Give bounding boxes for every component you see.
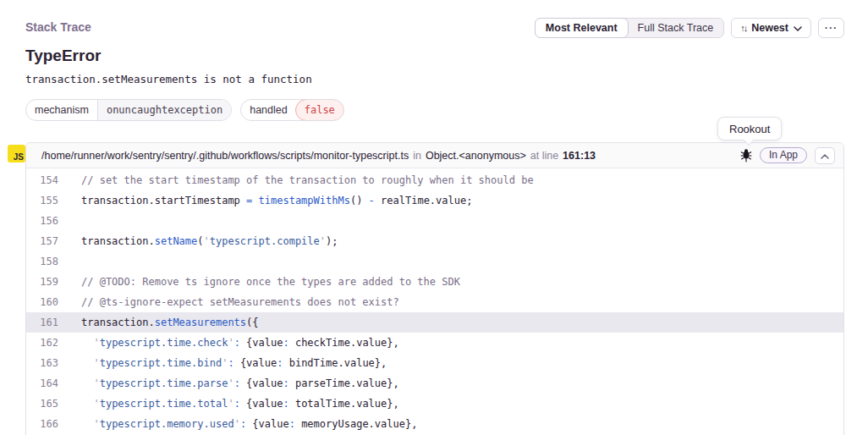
line-number: 159: [26, 276, 58, 288]
rookout-tooltip: Rookout: [717, 117, 782, 140]
code-line: 161transaction.setMeasurements({: [26, 312, 843, 333]
code-line: 164 'typescript.time.parse': {value: par…: [26, 373, 843, 394]
code-line-text: 'typescript.time.parse': {value: parseTi…: [81, 377, 399, 389]
code-line: 160// @ts-ignore-expect setMeasurements …: [26, 292, 843, 312]
tab-full-stack-trace[interactable]: Full Stack Trace: [628, 19, 724, 37]
code-line-text: // set the start timestamp of the transa…: [81, 174, 534, 186]
code-line: 165 'typescript.time.total': {value: tot…: [26, 394, 843, 414]
stack-trace-panel: Stack Trace TypeError transaction.setMea…: [0, 0, 868, 435]
tag-value: onuncaughtexception: [97, 100, 231, 120]
frame-at-line-label: at line: [530, 150, 558, 162]
code-context: 154// set the start timestamp of the tra…: [26, 168, 843, 434]
line-number: 164: [26, 377, 58, 389]
in-app-badge: In App: [760, 147, 807, 163]
frame-header[interactable]: /home/runner/work/sentry/sentry/.github/…: [26, 143, 843, 168]
rookout-icon[interactable]: [740, 148, 752, 162]
code-line-text: 'typescript.memory.used': {value: memory…: [81, 418, 417, 430]
chevron-down-icon: [794, 22, 802, 34]
sort-dropdown-button[interactable]: ↑↓ Newest: [731, 18, 811, 38]
line-number: 160: [26, 296, 58, 308]
section-title: Stack Trace: [25, 20, 91, 34]
code-line: 157transaction.setName('typescript.compi…: [26, 231, 843, 251]
line-number: 162: [26, 337, 58, 349]
error-message: transaction.setMeasurements is not a fun…: [25, 73, 312, 85]
code-line-text: // @ts-ignore-expect setMeasurements doe…: [81, 296, 399, 308]
code-line-text: 'typescript.time.total': {value: totalTi…: [81, 398, 399, 410]
code-line: 162 'typescript.time.check': {value: che…: [26, 333, 843, 353]
line-number: 154: [26, 174, 58, 186]
code-line: 158: [26, 251, 843, 272]
frame-file-path: /home/runner/work/sentry/sentry/.github/…: [41, 150, 409, 162]
frame-function-name: Object.<anonymous>: [426, 150, 526, 162]
code-line: 154// set the start timestamp of the tra…: [26, 170, 843, 190]
sort-label: Newest: [751, 22, 788, 34]
code-line: 159// @TODO: Remove ts ignore once the t…: [26, 272, 843, 292]
line-number: 163: [26, 357, 58, 369]
toolbar: Most Relevant Full Stack Trace ↑↓ Newest…: [535, 18, 844, 38]
code-line: 166 'typescript.memory.used': {value: me…: [26, 414, 843, 434]
tag-handled[interactable]: handled false: [240, 99, 344, 121]
code-line: 156: [26, 211, 843, 231]
javascript-platform-icon: JS: [8, 145, 25, 162]
code-line-text: transaction.setMeasurements({: [81, 317, 259, 328]
collapse-frame-button[interactable]: [815, 147, 835, 164]
line-number: 158: [26, 256, 58, 267]
chevron-up-icon: [821, 150, 829, 162]
code-line-text: transaction.startTimestamp = timestampWi…: [81, 195, 472, 206]
code-line: 163 'typescript.time.bind': {value: bind…: [26, 353, 843, 373]
tag-key: mechanism: [26, 100, 97, 120]
frame-line-number: 161:13: [563, 150, 596, 162]
sort-arrows-icon: ↑↓: [740, 23, 746, 33]
line-number: 156: [26, 215, 58, 227]
error-type-title: TypeError: [25, 47, 101, 65]
tag-list: mechanism onuncaughtexception handled fa…: [25, 99, 344, 121]
view-toggle: Most Relevant Full Stack Trace: [535, 18, 724, 38]
tab-most-relevant[interactable]: Most Relevant: [535, 18, 629, 38]
tag-mechanism[interactable]: mechanism onuncaughtexception: [25, 99, 232, 121]
tag-key: handled: [241, 100, 296, 120]
code-line: 155transaction.startTimestamp = timestam…: [26, 190, 843, 211]
line-number: 165: [26, 398, 58, 410]
code-line-text: 'typescript.time.bind': {value: bindTime…: [81, 357, 387, 369]
line-number: 166: [26, 418, 58, 430]
code-line-text: // @TODO: Remove ts ignore once the type…: [81, 276, 460, 288]
line-number: 161: [26, 317, 58, 328]
stack-frame: /home/runner/work/sentry/sentry/.github/…: [25, 142, 844, 435]
code-line-text: transaction.setName('typescript.compile'…: [81, 235, 338, 247]
code-line-text: 'typescript.time.check': {value: checkTi…: [81, 337, 399, 349]
line-number: 157: [26, 235, 58, 247]
line-number: 155: [26, 195, 58, 206]
tag-value-error: false: [295, 99, 344, 121]
more-options-button[interactable]: ···: [818, 18, 844, 38]
frame-in-label: in: [413, 150, 421, 162]
